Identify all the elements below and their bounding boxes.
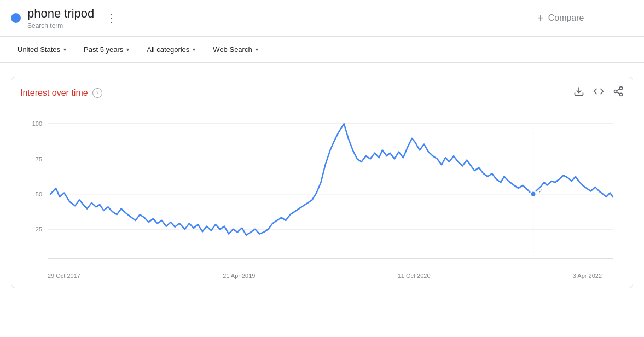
svg-line-5 — [617, 89, 620, 90]
svg-text:2: 2 — [539, 188, 542, 194]
x-label-1: 29 Oct 2017 — [48, 272, 80, 279]
svg-text:75: 75 — [36, 155, 42, 162]
search-type-filter-label: Web Search — [213, 45, 252, 54]
svg-text:100: 100 — [32, 120, 42, 127]
category-filter-label: All categories — [147, 45, 189, 54]
chart-area: 100 75 50 25 2 — [20, 106, 624, 270]
chart-actions — [573, 86, 624, 100]
x-label-2: 21 Apr 2019 — [223, 272, 255, 279]
chart-container: Interest over time ? — [11, 77, 633, 288]
search-term-text: phone tripod Search term — [27, 7, 94, 30]
search-term-type: Search term — [27, 22, 63, 30]
svg-text:50: 50 — [36, 191, 42, 197]
x-label-3: 11 Oct 2020 — [398, 272, 431, 279]
location-filter[interactable]: United States ▾ — [11, 42, 73, 57]
category-filter[interactable]: All categories ▾ — [140, 42, 202, 57]
chart-header: Interest over time ? — [20, 86, 624, 100]
search-bar: phone tripod Search term ⋮ + Compare — [0, 0, 644, 37]
search-type-chevron-icon: ▾ — [256, 47, 258, 53]
filter-bar: United States ▾ Past 5 years ▾ All categ… — [0, 37, 644, 63]
trend-chart-svg: 100 75 50 25 2 — [20, 106, 624, 270]
x-label-4: 3 Apr 2022 — [573, 272, 602, 279]
compare-plus-icon: + — [537, 12, 544, 25]
search-term-block: phone tripod Search term ⋮ — [11, 7, 517, 30]
search-type-filter[interactable]: Web Search ▾ — [206, 42, 264, 57]
category-chevron-icon: ▾ — [193, 47, 195, 53]
time-filter-label: Past 5 years — [84, 45, 123, 54]
svg-point-3 — [620, 93, 623, 96]
compare-label: Compare — [548, 13, 584, 23]
svg-text:25: 25 — [36, 226, 42, 233]
location-chevron-icon: ▾ — [63, 47, 66, 53]
chart-title: Interest over time — [20, 88, 88, 98]
svg-point-2 — [614, 90, 617, 93]
search-term-title: phone tripod — [27, 7, 94, 21]
embed-icon[interactable] — [593, 86, 604, 100]
chart-title-group: Interest over time ? — [20, 88, 102, 98]
svg-point-16 — [531, 191, 536, 197]
help-icon[interactable]: ? — [92, 88, 102, 98]
time-chevron-icon: ▾ — [126, 47, 129, 53]
search-term-dot — [11, 13, 21, 23]
svg-line-4 — [617, 92, 620, 94]
more-options-icon[interactable]: ⋮ — [101, 8, 123, 28]
time-filter[interactable]: Past 5 years ▾ — [77, 42, 136, 57]
compare-section[interactable]: + Compare — [524, 12, 633, 25]
share-icon[interactable] — [613, 86, 624, 100]
svg-point-1 — [620, 87, 623, 90]
location-filter-label: United States — [18, 45, 60, 54]
download-icon[interactable] — [573, 86, 584, 100]
x-axis-labels: 29 Oct 2017 21 Apr 2019 11 Oct 2020 3 Ap… — [20, 270, 624, 279]
main-content: Interest over time ? — [0, 63, 644, 297]
